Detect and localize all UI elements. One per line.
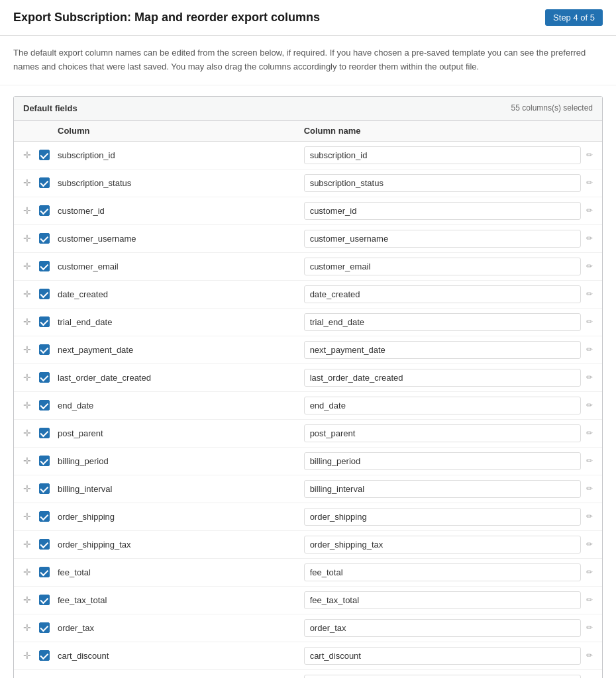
edit-icon[interactable]: ✏ [586,178,593,187]
row-checkbox[interactable] [39,233,58,244]
drag-handle-icon[interactable]: ✛ [23,539,39,550]
description-text: The default export column names can be e… [0,36,616,85]
column-name-input[interactable] [304,563,581,581]
field-name-label: post_parent [58,428,299,438]
table-row: ✛ customer_username ✏ [14,225,602,253]
column-name-input[interactable] [304,452,581,470]
drag-handle-icon[interactable]: ✛ [23,316,39,327]
row-checkbox[interactable] [39,539,58,550]
column-name-wrap: ✏ [299,647,593,665]
column-header-name: Column name [299,126,593,136]
row-checkbox[interactable] [39,289,58,299]
column-name-input[interactable] [304,174,581,192]
table-row: ✛ cart_discount ✏ [14,642,602,670]
row-checkbox[interactable] [39,205,58,216]
drag-handle-icon[interactable]: ✛ [23,483,39,494]
page-header: Export Subscription: Map and reorder exp… [0,0,616,36]
column-name-input[interactable] [304,480,581,498]
column-name-wrap: ✏ [299,591,593,609]
row-checkbox[interactable] [39,456,58,466]
column-name-wrap: ✏ [299,424,593,442]
column-name-input[interactable] [304,675,581,678]
edit-icon[interactable]: ✏ [586,401,593,410]
drag-handle-icon[interactable]: ✛ [23,344,39,355]
edit-icon[interactable]: ✏ [586,484,593,493]
row-checkbox[interactable] [39,372,58,383]
edit-icon[interactable]: ✏ [586,651,593,660]
edit-icon[interactable]: ✏ [586,512,593,521]
edit-icon[interactable]: ✏ [586,567,593,577]
drag-handle-icon[interactable]: ✛ [23,456,39,466]
row-checkbox[interactable] [39,595,58,605]
drag-handle-icon[interactable]: ✛ [23,372,39,383]
drag-handle-icon[interactable]: ✛ [23,428,39,438]
column-name-wrap: ✏ [299,480,593,498]
field-name-label: billing_period [58,456,299,466]
column-name-wrap: ✏ [299,397,593,414]
field-name-label: billing_interval [58,484,299,494]
row-checkbox[interactable] [39,316,58,327]
edit-icon[interactable]: ✏ [586,595,593,605]
column-name-input[interactable] [304,285,581,303]
column-name-input[interactable] [304,202,581,220]
edit-icon[interactable]: ✏ [586,428,593,438]
row-checkbox[interactable] [39,483,58,494]
column-name-input[interactable] [304,591,581,609]
column-name-input[interactable] [304,258,581,275]
row-checkbox[interactable] [39,400,58,411]
edit-icon[interactable]: ✏ [586,540,593,549]
column-name-input[interactable] [304,508,581,526]
field-name-label: customer_username [58,234,299,244]
drag-handle-icon[interactable]: ✛ [23,205,39,216]
edit-icon[interactable]: ✏ [586,262,593,271]
drag-handle-icon[interactable]: ✛ [23,622,39,633]
field-name-label: order_shipping_tax [58,540,299,550]
drag-handle-icon[interactable]: ✛ [23,233,39,244]
main-content: Default fields 55 columns(s) selected Co… [0,85,616,678]
column-name-input[interactable] [304,146,581,164]
step-badge: Step 4 of 5 [545,9,603,26]
edit-icon[interactable]: ✏ [586,289,593,299]
row-checkbox[interactable] [39,150,58,160]
drag-handle-icon[interactable]: ✛ [23,177,39,188]
row-checkbox[interactable] [39,177,58,188]
edit-icon[interactable]: ✏ [586,456,593,465]
row-checkbox[interactable] [39,622,58,633]
edit-icon[interactable]: ✏ [586,317,593,326]
edit-icon[interactable]: ✏ [586,206,593,215]
column-name-wrap: ✏ [299,563,593,581]
drag-handle-icon[interactable]: ✛ [23,650,39,661]
row-checkbox[interactable] [39,567,58,577]
edit-icon[interactable]: ✏ [586,234,593,243]
column-name-input[interactable] [304,424,581,442]
drag-handle-icon[interactable]: ✛ [23,400,39,411]
edit-icon[interactable]: ✏ [586,373,593,382]
column-name-input[interactable] [304,397,581,414]
edit-icon[interactable]: ✏ [586,150,593,160]
row-checkbox[interactable] [39,261,58,271]
column-name-wrap: ✏ [299,174,593,192]
edit-icon[interactable]: ✏ [586,345,593,354]
column-name-input[interactable] [304,369,581,387]
column-name-input[interactable] [304,341,581,359]
column-name-input[interactable] [304,647,581,665]
drag-handle-icon[interactable]: ✛ [23,595,39,605]
row-checkbox[interactable] [39,428,58,438]
column-name-wrap: ✏ [299,258,593,275]
row-checkbox[interactable] [39,344,58,355]
column-headers: Column Column name [14,121,602,142]
column-name-input[interactable] [304,230,581,248]
column-name-input[interactable] [304,313,581,331]
drag-handle-icon[interactable]: ✛ [23,567,39,577]
drag-handle-icon[interactable]: ✛ [23,511,39,522]
edit-icon[interactable]: ✏ [586,623,593,632]
page-title: Export Subscription: Map and reorder exp… [13,11,320,24]
drag-handle-icon[interactable]: ✛ [23,289,39,299]
drag-handle-icon[interactable]: ✛ [23,150,39,160]
column-name-input[interactable] [304,619,581,637]
table-row: ✛ customer_id ✏ [14,197,602,225]
row-checkbox[interactable] [39,650,58,661]
drag-handle-icon[interactable]: ✛ [23,261,39,271]
row-checkbox[interactable] [39,511,58,522]
column-name-input[interactable] [304,536,581,554]
